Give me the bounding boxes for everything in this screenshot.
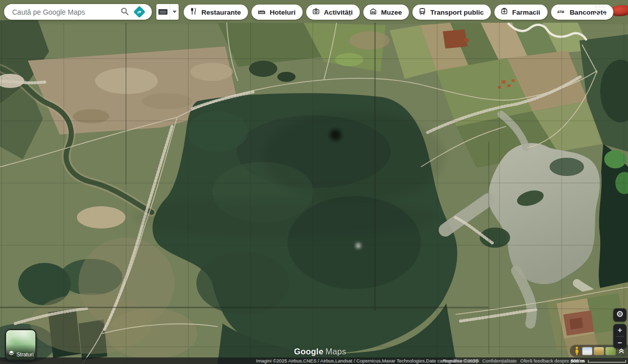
activities-icon <box>312 8 320 17</box>
atm-icon: ATM <box>557 9 566 16</box>
transit-icon <box>418 8 426 17</box>
chip-label: Farmacii <box>512 9 540 16</box>
chip-pharmacies[interactable]: Farmacii <box>494 5 548 20</box>
attribution-bar: Imagini ©2025 Airbus,CNES / Airbus,Lands… <box>0 357 628 364</box>
map-type-expander[interactable] <box>170 4 179 20</box>
google-maps-app: { "search": { "placeholder": "Caută pe G… <box>0 0 628 364</box>
scale-label: 500 m <box>571 358 584 363</box>
chip-museums[interactable]: Muzee <box>363 5 409 20</box>
my-location-button[interactable] <box>613 308 626 322</box>
restaurants-icon <box>190 8 197 17</box>
link-terms[interactable]: Condiții <box>463 358 479 363</box>
zoom-controls: + − <box>613 324 626 348</box>
layers-icon <box>8 350 15 357</box>
chip-label: Activități <box>324 9 353 16</box>
category-chips: Restaurante Hoteluri Activități Muzee Tr… <box>184 5 613 20</box>
pegman-icon[interactable] <box>573 346 580 356</box>
imagery-thumbnail-1[interactable] <box>582 347 592 355</box>
layers-label: Straturi <box>17 351 34 357</box>
search-icon <box>120 7 129 17</box>
pharmacy-icon <box>500 8 508 17</box>
chip-label: Muzee <box>381 9 402 16</box>
chip-label: Restaurante <box>201 9 241 16</box>
chevron-down-icon <box>173 11 177 13</box>
zoom-in-button[interactable]: + <box>613 324 626 336</box>
search-box <box>4 4 152 20</box>
directions-icon <box>133 6 145 18</box>
imagery-thumbnail-2[interactable] <box>594 347 604 355</box>
museums-icon <box>369 8 377 17</box>
map-canvas[interactable] <box>0 0 628 364</box>
chip-transit[interactable]: Transport public <box>412 5 491 20</box>
link-privacy[interactable]: Confidențialitate <box>482 358 517 363</box>
chip-restaurants[interactable]: Restaurante <box>184 5 248 20</box>
chip-label: Hoteluri <box>270 9 296 16</box>
layers-button[interactable]: Straturi <box>5 329 36 360</box>
hotels-icon <box>258 8 266 17</box>
map-type-toggle[interactable] <box>156 4 170 20</box>
map-type-mini-widget <box>156 4 179 20</box>
zoom-out-button[interactable]: − <box>613 337 626 349</box>
chip-hotels[interactable]: Hoteluri <box>252 5 303 20</box>
link-romania[interactable]: România <box>443 358 462 363</box>
google-apps-icon[interactable] <box>595 6 605 16</box>
svg-text:ATM: ATM <box>557 10 564 13</box>
chip-label: Transport public <box>430 9 484 16</box>
search-input[interactable] <box>12 8 117 16</box>
directions-button[interactable] <box>132 5 147 19</box>
map-preview-icon <box>158 9 168 15</box>
search-button[interactable] <box>117 5 132 19</box>
my-location-icon <box>616 310 624 320</box>
scale-bar <box>588 360 626 362</box>
satellite-imagery <box>0 0 628 364</box>
chip-activities[interactable]: Activități <box>306 5 360 20</box>
